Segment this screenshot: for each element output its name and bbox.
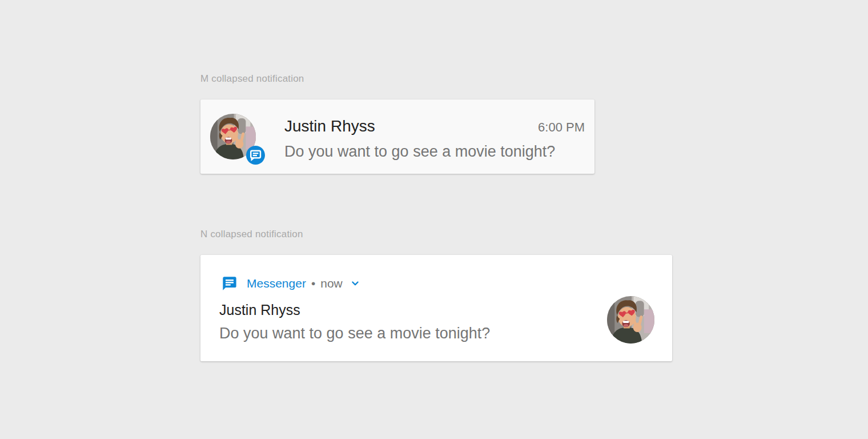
messenger-chat-icon: [222, 276, 238, 292]
message-text: Do you want to go see a movie tonight?: [219, 324, 490, 343]
header-separator-dot: •: [311, 277, 315, 290]
notification-header-row: Justin Rhyss 6:00 PM: [284, 116, 585, 137]
chat-bubble-badge-icon: [246, 146, 265, 165]
sender-name: Justin Rhyss: [284, 116, 375, 137]
section-label-n: N collapsed notification: [200, 229, 303, 240]
chevron-down-icon[interactable]: [349, 278, 361, 289]
notification-card-n[interactable]: Messenger • now Justin Rhyss Do you want…: [200, 255, 672, 361]
message-text: Do you want to go see a movie tonight?: [284, 142, 555, 161]
section-label-m: M collapsed notification: [200, 73, 304, 85]
avatar: [607, 296, 654, 344]
timestamp: now: [320, 277, 343, 290]
app-name: Messenger: [247, 277, 306, 290]
notification-app-header: Messenger • now: [222, 276, 361, 292]
timestamp: 6:00 PM: [538, 120, 585, 135]
sender-name: Justin Rhyss: [219, 301, 300, 319]
notification-card-m[interactable]: Justin Rhyss 6:00 PM Do you want to go s…: [200, 99, 594, 174]
